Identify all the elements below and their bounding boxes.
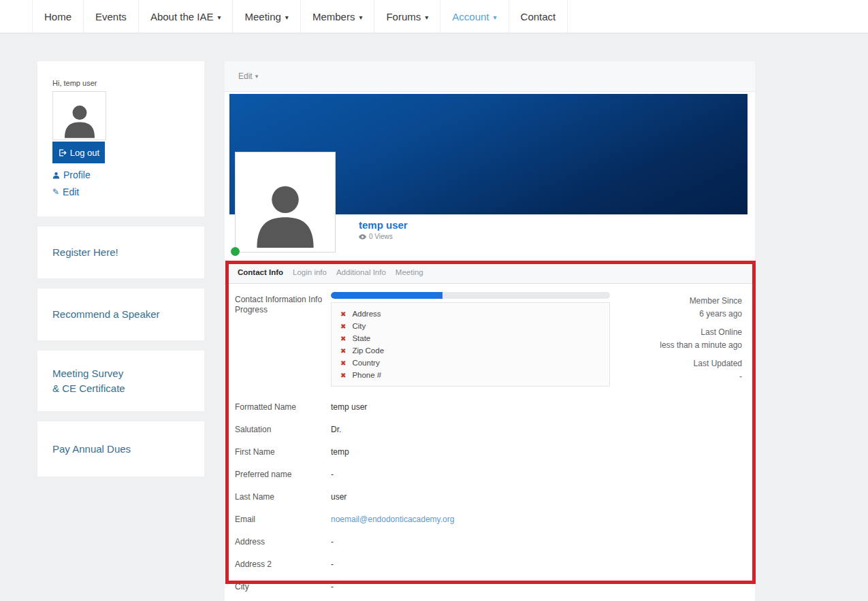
person-silhouette-icon: [250, 176, 321, 252]
membership-meta: Member Since 6 years ago Last Online les…: [660, 295, 742, 389]
tab-login-info[interactable]: Login info: [288, 268, 332, 276]
field-label: First Name: [235, 447, 331, 457]
meta-label: Member Since: [660, 295, 742, 308]
sidebar: Hi, temp user Log out Profile ✎ Edit Reg…: [37, 61, 204, 487]
sidebar-profile-card: Hi, temp user Log out Profile ✎ Edit: [37, 61, 204, 216]
register-here-link[interactable]: Register Here!: [52, 245, 189, 260]
pay-annual-dues-link[interactable]: Pay Annual Dues: [52, 442, 189, 457]
person-icon: [52, 172, 60, 179]
sidebar-card-recommend-speaker: Recommend a Speaker: [37, 289, 204, 340]
x-mark-icon: ✖: [340, 310, 346, 318]
pencil-icon: ✎: [52, 187, 59, 197]
field-row-state: State-: [235, 598, 742, 601]
missing-item-label: Country: [352, 359, 379, 367]
x-mark-icon: ✖: [340, 335, 346, 342]
nav-label: Contact: [521, 11, 556, 22]
missing-item-zip: ✖Zip Code: [332, 344, 609, 357]
missing-item-city: ✖City: [332, 320, 609, 332]
edit-dropdown[interactable]: Edit ▾: [238, 71, 258, 81]
meta-value: -: [660, 370, 742, 383]
progress-label-line1: Contact Information Info: [235, 295, 330, 305]
edit-link[interactable]: ✎ Edit: [52, 186, 189, 197]
nav-item-forums[interactable]: Forums▾: [374, 0, 440, 33]
field-row-email: Emailnoemail@endodonticacademy.org: [235, 508, 742, 531]
profile-panel: Edit ▾ temp user 0 Views Contact Info Lo…: [225, 61, 755, 601]
meeting-survey-link-line2[interactable]: & CE Certificate: [52, 381, 189, 396]
field-row-first-name: First Nametemp: [235, 441, 742, 464]
nav-item-members[interactable]: Members▾: [300, 0, 374, 33]
field-label: Last Name: [235, 492, 331, 502]
missing-item-label: Zip Code: [352, 346, 384, 355]
meeting-survey-link-line1[interactable]: Meeting Survey: [52, 366, 189, 381]
missing-item-label: State: [352, 334, 370, 342]
nav-item-contact[interactable]: Contact: [509, 0, 568, 33]
field-row-address: Address-: [235, 531, 742, 553]
contact-fields: Formatted Nametemp user SalutationDr. Fi…: [235, 396, 742, 601]
edit-link-label: Edit: [63, 186, 79, 197]
top-navbar: Home Events About the IAE▾ Meeting▾ Memb…: [0, 0, 868, 33]
nav-label: Forums: [386, 11, 421, 22]
tab-additional-info[interactable]: Additional Info: [332, 268, 391, 276]
field-value: -: [331, 470, 334, 479]
nav-item-events[interactable]: Events: [83, 0, 138, 33]
field-label: Address: [235, 537, 331, 547]
field-value: Dr.: [331, 425, 341, 434]
progress-label-line2: Progress: [235, 305, 330, 315]
eye-icon: [359, 234, 366, 240]
meta-label: Last Online: [660, 326, 742, 339]
online-status-dot: [231, 247, 240, 256]
logout-icon: [58, 148, 67, 157]
profile-link[interactable]: Profile: [52, 169, 189, 180]
nav-item-about-the-iae[interactable]: About the IAE▾: [138, 0, 233, 33]
missing-item-label: Address: [352, 310, 381, 318]
progress-block: Contact Information Info Progress ✖Addre…: [235, 292, 742, 387]
meta-last-updated: Last Updated -: [660, 357, 742, 383]
field-label: Address 2: [235, 559, 331, 569]
missing-item-country: ✖Country: [332, 357, 609, 369]
missing-item-state: ✖State: [332, 332, 609, 344]
sidebar-card-meeting-survey: Meeting Survey & CE Certificate: [37, 351, 204, 411]
meta-label: Last Updated: [660, 357, 742, 370]
nav-items: Home Events About the IAE▾ Meeting▾ Memb…: [32, 0, 868, 33]
nav-label: Meeting: [244, 11, 280, 22]
missing-fields-box: ✖Address ✖City ✖State ✖Zip Code ✖Country…: [331, 302, 610, 387]
progress-label: Contact Information Info Progress: [235, 295, 330, 315]
field-value: temp user: [331, 402, 367, 412]
field-value: user: [331, 492, 347, 502]
profile-link-label: Profile: [63, 169, 91, 180]
field-row-last-name: Last Nameuser: [235, 486, 742, 508]
missing-item-label: City: [352, 322, 366, 330]
caret-down-icon: ▾: [217, 14, 221, 21]
caret-down-icon: ▾: [425, 14, 428, 21]
email-link[interactable]: noemail@endodonticacademy.org: [331, 515, 454, 524]
field-label: Email: [235, 515, 331, 524]
meta-member-since: Member Since 6 years ago: [660, 295, 742, 321]
x-mark-icon: ✖: [340, 323, 346, 330]
tab-contact-info[interactable]: Contact Info: [233, 268, 288, 276]
profile-tabs: Contact Info Login info Additional Info …: [225, 261, 755, 284]
meta-value: less than a minute ago: [660, 339, 742, 352]
field-label: City: [235, 582, 331, 591]
caret-down-icon: ▾: [494, 14, 497, 21]
greeting-text: Hi, temp user: [52, 79, 189, 87]
views-count: 0 Views: [369, 233, 393, 240]
nav-item-account[interactable]: Account▾: [440, 0, 508, 33]
contact-info-content: Contact Information Info Progress ✖Addre…: [225, 284, 755, 601]
tab-meeting[interactable]: Meeting: [391, 268, 428, 276]
caret-down-icon: ▾: [255, 73, 259, 80]
field-value: -: [331, 559, 334, 569]
nav-item-meeting[interactable]: Meeting▾: [232, 0, 300, 33]
meta-value: 6 years ago: [660, 308, 742, 321]
recommend-speaker-link[interactable]: Recommend a Speaker: [52, 307, 189, 322]
field-label: Salutation: [235, 425, 331, 434]
field-row-salutation: SalutationDr.: [235, 419, 742, 441]
page: Home Events About the IAE▾ Meeting▾ Memb…: [0, 0, 868, 601]
edit-dropdown-label: Edit: [238, 71, 253, 81]
nav-label: Home: [44, 11, 71, 22]
panel-header: Edit ▾: [225, 61, 755, 92]
logout-button[interactable]: Log out: [52, 142, 105, 163]
sidebar-avatar: [52, 91, 106, 140]
nav-item-home[interactable]: Home: [32, 0, 83, 33]
logout-label: Log out: [70, 148, 99, 158]
progress-fill: [331, 292, 443, 299]
